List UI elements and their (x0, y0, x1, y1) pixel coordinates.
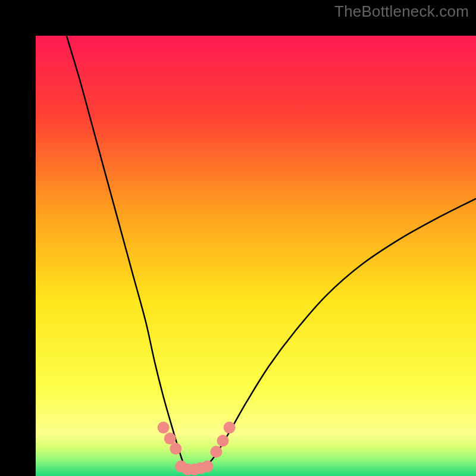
chart-svg (36, 36, 476, 476)
watermark-text: TheBottleneck.com (334, 2, 469, 21)
highlight-point (158, 422, 170, 434)
highlight-point (210, 446, 222, 458)
chart-frame (0, 0, 476, 476)
highlight-point (224, 422, 236, 434)
highlight-point (164, 433, 176, 444)
chart-plot-area (36, 36, 476, 476)
chart-background (36, 36, 476, 476)
highlight-point (217, 435, 229, 447)
highlight-point (170, 443, 181, 455)
highlight-point (202, 461, 214, 472)
